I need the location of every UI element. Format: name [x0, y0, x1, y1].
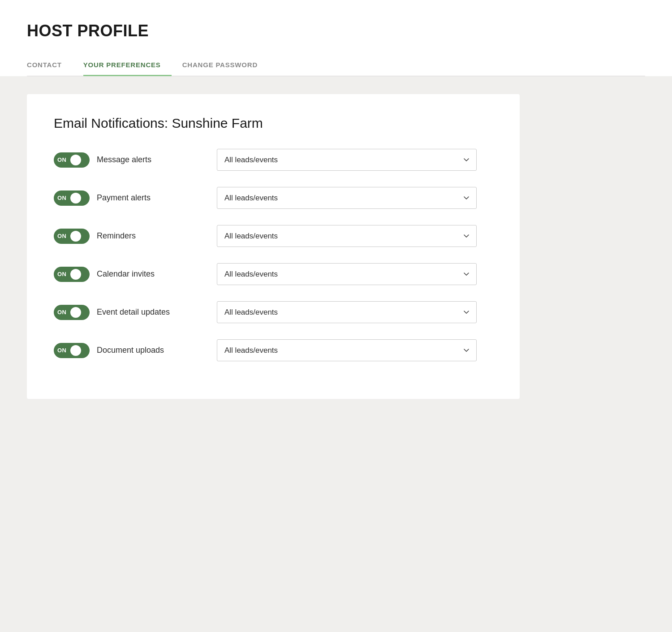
select-wrapper-reminders: All leads/events My leads/events only No… [217, 225, 477, 247]
toggle-text-reminders: ON [57, 233, 67, 239]
select-calendar-invites[interactable]: All leads/events My leads/events only No… [217, 263, 477, 285]
header-section: HOST PROFILE CONTACT YOUR PREFERENCES CH… [0, 0, 672, 76]
tab-your-preferences[interactable]: YOUR PREFERENCES [83, 55, 172, 76]
toggle-text-message-alerts: ON [57, 156, 67, 163]
notification-row-payment-alerts: ON Payment alerts All leads/events My le… [54, 187, 493, 209]
toggle-label-group-payment-alerts: ON Payment alerts [54, 190, 206, 206]
notification-label-payment-alerts: Payment alerts [97, 193, 151, 203]
toggle-label-group-message-alerts: ON Message alerts [54, 152, 206, 168]
toggle-document-uploads[interactable]: ON [54, 343, 90, 358]
select-wrapper-payment-alerts: All leads/events My leads/events only No… [217, 187, 477, 209]
notification-row-document-uploads: ON Document uploads All leads/events My … [54, 339, 493, 361]
select-message-alerts[interactable]: All leads/events My leads/events only No… [217, 149, 477, 171]
select-document-uploads[interactable]: All leads/events My leads/events only No… [217, 339, 477, 361]
toggle-text-event-detail-updates: ON [57, 309, 67, 316]
notification-label-calendar-invites: Calendar invites [97, 269, 155, 279]
card-title: Email Notifications: Sunshine Farm [54, 116, 493, 131]
toggle-knob-message-alerts [70, 155, 81, 165]
toggle-text-calendar-invites: ON [57, 271, 67, 277]
toggle-knob-reminders [70, 231, 81, 242]
toggle-text-payment-alerts: ON [57, 195, 67, 201]
notification-row-reminders: ON Reminders All leads/events My leads/e… [54, 225, 493, 247]
toggle-knob-payment-alerts [70, 193, 81, 203]
toggle-label-group-event-detail-updates: ON Event detail updates [54, 305, 206, 320]
notification-label-reminders: Reminders [97, 231, 136, 241]
select-payment-alerts[interactable]: All leads/events My leads/events only No… [217, 187, 477, 209]
toggle-knob-document-uploads [70, 345, 81, 356]
toggle-message-alerts[interactable]: ON [54, 152, 90, 168]
notification-label-document-uploads: Document uploads [97, 346, 164, 355]
select-reminders[interactable]: All leads/events My leads/events only No… [217, 225, 477, 247]
select-wrapper-event-detail-updates: All leads/events My leads/events only No… [217, 301, 477, 323]
page-title: HOST PROFILE [27, 22, 645, 55]
notification-label-message-alerts: Message alerts [97, 155, 151, 164]
notification-row-message-alerts: ON Message alerts All leads/events My le… [54, 149, 493, 171]
toggle-label-group-document-uploads: ON Document uploads [54, 343, 206, 358]
toggle-label-group-reminders: ON Reminders [54, 229, 206, 244]
toggle-label-group-calendar-invites: ON Calendar invites [54, 267, 206, 282]
notification-label-event-detail-updates: Event detail updates [97, 307, 170, 317]
toggle-payment-alerts[interactable]: ON [54, 190, 90, 206]
select-wrapper-document-uploads: All leads/events My leads/events only No… [217, 339, 477, 361]
select-wrapper-calendar-invites: All leads/events My leads/events only No… [217, 263, 477, 285]
toggle-knob-calendar-invites [70, 269, 81, 280]
notification-row-event-detail-updates: ON Event detail updates All leads/events… [54, 301, 493, 323]
tab-change-password[interactable]: CHANGE PASSWORD [182, 55, 268, 76]
toggle-event-detail-updates[interactable]: ON [54, 305, 90, 320]
toggle-calendar-invites[interactable]: ON [54, 267, 90, 282]
select-event-detail-updates[interactable]: All leads/events My leads/events only No… [217, 301, 477, 323]
toggle-reminders[interactable]: ON [54, 229, 90, 244]
toggle-knob-event-detail-updates [70, 307, 81, 318]
preferences-card: Email Notifications: Sunshine Farm ON Me… [27, 94, 520, 399]
main-content: Email Notifications: Sunshine Farm ON Me… [0, 76, 672, 417]
select-wrapper-message-alerts: All leads/events My leads/events only No… [217, 149, 477, 171]
toggle-text-document-uploads: ON [57, 347, 67, 354]
tab-contact[interactable]: CONTACT [27, 55, 73, 76]
tabs-navigation: CONTACT YOUR PREFERENCES CHANGE PASSWORD [27, 55, 645, 76]
notification-row-calendar-invites: ON Calendar invites All leads/events My … [54, 263, 493, 285]
